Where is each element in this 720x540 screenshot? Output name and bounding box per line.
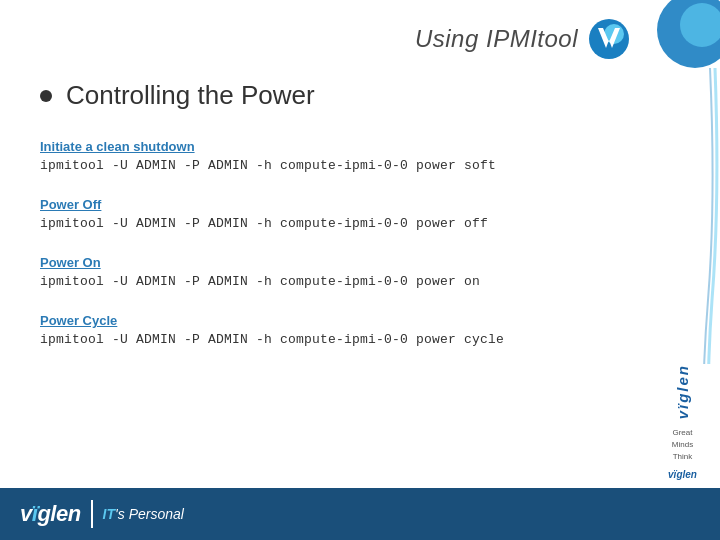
viglen-logo-icon <box>588 18 630 60</box>
section-label-power-cycle: Power Cycle <box>40 313 620 328</box>
page-title: Using IPMItool <box>415 25 578 53</box>
footer-separator-icon <box>91 500 93 528</box>
footer: vïglen IT's Personal <box>0 488 720 540</box>
main-heading: Controlling the Power <box>40 80 620 111</box>
main-heading-text: Controlling the Power <box>66 80 315 111</box>
section-label-power-off: Power Off <box>40 197 620 212</box>
section-label-power-on: Power On <box>40 255 620 270</box>
section-power-on: Power Onipmitool -U ADMIN -P ADMIN -h co… <box>40 255 620 289</box>
footer-tagline: IT's Personal <box>103 506 184 522</box>
section-command-power-on: ipmitool -U ADMIN -P ADMIN -h compute-ip… <box>40 274 620 289</box>
header: Using IPMItool <box>415 18 630 60</box>
section-clean-shutdown: Initiate a clean shutdownipmitool -U ADM… <box>40 139 620 173</box>
bullet-icon <box>40 90 52 102</box>
right-brand-text: vïglen <box>674 364 691 419</box>
right-panel-bottom: vïglen GreatMindsThink vïglen <box>645 364 720 488</box>
right-bottom-logo: vïglen <box>668 469 697 480</box>
footer-logo: vïglen IT's Personal <box>20 500 184 528</box>
section-power-cycle: Power Cycleipmitool -U ADMIN -P ADMIN -h… <box>40 313 620 347</box>
main-content: Controlling the Power Initiate a clean s… <box>40 80 620 371</box>
section-command-power-off: ipmitool -U ADMIN -P ADMIN -h compute-ip… <box>40 216 620 231</box>
right-sub-text: GreatMindsThink <box>672 427 693 463</box>
footer-brand: vïglen <box>20 501 81 527</box>
section-command-clean-shutdown: ipmitool -U ADMIN -P ADMIN -h compute-ip… <box>40 158 620 173</box>
right-panel: vïglen GreatMindsThink vïglen <box>645 0 720 540</box>
section-power-off: Power Offipmitool -U ADMIN -P ADMIN -h c… <box>40 197 620 231</box>
section-label-clean-shutdown: Initiate a clean shutdown <box>40 139 620 154</box>
sections-container: Initiate a clean shutdownipmitool -U ADM… <box>40 139 620 347</box>
section-command-power-cycle: ipmitool -U ADMIN -P ADMIN -h compute-ip… <box>40 332 620 347</box>
